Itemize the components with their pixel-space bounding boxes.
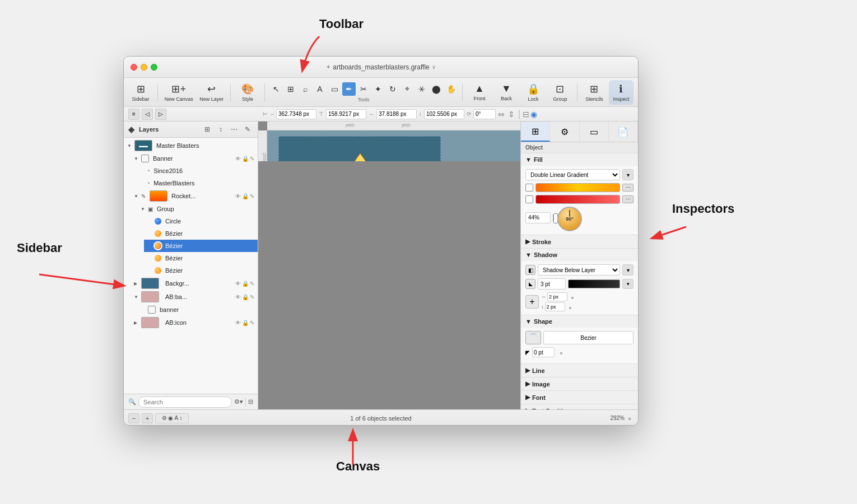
layer-banner[interactable]: ▼ Banner 👁 🔒 ✎: [131, 152, 258, 165]
w-input[interactable]: [376, 109, 417, 119]
layer-since2016[interactable]: • Since2016: [137, 165, 258, 177]
connect2-tool[interactable]: ⚹: [415, 82, 428, 96]
zoom-minus-btn[interactable]: −: [128, 413, 139, 423]
layer-masterblasters[interactable]: • MasterBlasters: [137, 177, 258, 189]
sidebar-search-input[interactable]: [138, 396, 232, 408]
zoom-stepper[interactable]: ⬦: [626, 414, 634, 422]
nav-next-btn[interactable]: ▷: [155, 109, 166, 120]
x-input[interactable]: [276, 109, 316, 119]
layer-bezier2-selected[interactable]: Bézier: [144, 240, 258, 252]
shape-pt-stepper[interactable]: ⬦: [557, 348, 566, 357]
front-button[interactable]: ▲ Front: [467, 80, 492, 105]
layers-move-icon[interactable]: ↕: [215, 124, 226, 135]
layer-banner-sub[interactable]: banner: [137, 304, 258, 316]
layer-bezier1[interactable]: Bézier: [144, 227, 258, 240]
y-input[interactable]: [326, 109, 366, 119]
shadow-x-input[interactable]: [547, 292, 567, 301]
stencils-button[interactable]: ⊞ Stencils: [582, 80, 607, 105]
shadow-color-btn[interactable]: ▾: [622, 279, 634, 289]
shape-section-header[interactable]: ▼ Shape: [521, 315, 638, 328]
inspector-tab-gear[interactable]: ⚙: [550, 122, 579, 142]
lock-button[interactable]: 🔒 Lock: [521, 80, 546, 105]
pen-tool[interactable]: ✒: [342, 82, 356, 96]
fill-type-select[interactable]: Double Linear Gradient: [525, 169, 620, 180]
minimize-button[interactable]: [141, 64, 147, 71]
settings-icon-btn[interactable]: ⚙▾: [234, 398, 243, 405]
angle-dial[interactable]: 90°: [557, 207, 582, 231]
bottom-tool-icons[interactable]: ⚙ ◉ A ↕: [155, 413, 189, 423]
inspector-tab-object[interactable]: ⊞: [521, 122, 550, 142]
angle-input[interactable]: [473, 109, 496, 119]
opacity-input[interactable]: [525, 212, 551, 223]
h-input[interactable]: [424, 109, 464, 119]
shape-bezier-icon[interactable]: ⌒: [525, 331, 541, 344]
new-canvas-button[interactable]: ⊞+ New Canvas: [162, 80, 195, 105]
shadow-y-input[interactable]: [545, 302, 565, 311]
select-tool[interactable]: ↖: [269, 82, 283, 96]
shadow-dropdown-btn[interactable]: ▾: [622, 264, 634, 276]
shadow-type-select[interactable]: Shadow Below Layer: [538, 264, 620, 276]
shadow-offset-crosshair[interactable]: +: [525, 295, 539, 309]
layers-nav-icon[interactable]: ⊞: [202, 124, 213, 135]
hand-tool[interactable]: ✋: [444, 82, 458, 96]
connect-tool[interactable]: ⌖: [400, 82, 414, 96]
layer-group[interactable]: ▼ ▣ Group: [137, 203, 258, 215]
zoom-tool[interactable]: ⌕: [299, 82, 312, 96]
fill-dropdown-btn[interactable]: ▾: [622, 169, 634, 180]
layers-more-icon[interactable]: ⋯: [229, 124, 240, 135]
line-section-header[interactable]: ▶ Line: [521, 364, 638, 377]
fill-color-picker1[interactable]: [525, 184, 533, 192]
opacity-slider[interactable]: [553, 214, 554, 222]
shadow-type-icon[interactable]: ◧: [525, 265, 535, 275]
layers-icon-btn[interactable]: ≡: [128, 109, 139, 120]
shadow-section-header[interactable]: ▼ Shadow: [521, 249, 638, 261]
zoom-plus-btn[interactable]: +: [142, 413, 153, 423]
shadow-x-stepper[interactable]: ⬦: [569, 293, 576, 301]
shadow-y-stepper[interactable]: ⬦: [566, 303, 574, 311]
shadow-color-bar[interactable]: [568, 279, 620, 288]
rotate-tool[interactable]: ↻: [386, 82, 399, 96]
layer-master-blasters[interactable]: ▼ ▬▬ Master Blasters: [124, 139, 258, 152]
shape-type-label[interactable]: Bezier: [543, 331, 634, 344]
layer-bezier4[interactable]: Bézier: [144, 264, 258, 277]
shadow-size-input[interactable]: [538, 278, 566, 290]
maximize-button[interactable]: [151, 64, 157, 71]
fill-tool[interactable]: ⬤: [430, 82, 443, 96]
shapes-tool[interactable]: ▭: [328, 82, 341, 96]
gradient-options-btn[interactable]: ⋯: [622, 184, 634, 192]
sidebar-button[interactable]: ⊞ Sidebar: [128, 80, 153, 105]
zoom-fit-btn[interactable]: ⊟: [248, 398, 253, 405]
table-tool[interactable]: ⊞: [284, 82, 297, 96]
group-button[interactable]: ⊡ Group: [548, 80, 572, 105]
font-section-header[interactable]: ▶ Font: [521, 391, 638, 404]
style-button[interactable]: 🎨 Style: [235, 80, 260, 105]
scissors-tool[interactable]: ✂: [357, 82, 370, 96]
fill-section-header[interactable]: ▼ Fill: [521, 153, 638, 166]
text-tool[interactable]: A: [313, 82, 327, 96]
back-button[interactable]: ▼ Back: [494, 80, 519, 105]
layer-bezier3[interactable]: Bézier: [144, 252, 258, 264]
shadow-size-icon[interactable]: ◣: [525, 279, 535, 289]
layer-rocket[interactable]: ▼ ✎ Rocket... 👁 🔒 ✎: [131, 189, 258, 203]
textpos-section-header[interactable]: ▶ Text Position: [521, 404, 638, 409]
layers-add-icon[interactable]: ✎: [242, 124, 253, 135]
close-button[interactable]: [131, 64, 137, 71]
layer-background[interactable]: ▶ Backgr... 👁 🔒 ✎: [131, 277, 258, 290]
inspect-button[interactable]: ℹ Inspect: [609, 80, 634, 105]
inspector-tab-doc[interactable]: 📄: [609, 122, 638, 142]
magnet-tool[interactable]: ✦: [371, 82, 385, 96]
gradient-bar-orange[interactable]: [535, 183, 620, 192]
layer-ab-icon[interactable]: ▶ AB:icon 👁 🔒 ✎: [131, 316, 258, 329]
layer-circle[interactable]: Circle: [144, 215, 258, 227]
fill-color-picker2[interactable]: [525, 195, 533, 203]
shape-corner-input[interactable]: [532, 347, 555, 357]
gradient-bar-red[interactable]: [535, 195, 620, 204]
stroke-section-header[interactable]: ▶ Stroke: [521, 235, 638, 248]
layer-ab-banner[interactable]: ▼ AB:ba... 👁 🔒 ✎: [131, 290, 258, 304]
gradient-options-btn2[interactable]: ⋯: [622, 195, 634, 203]
image-section-header[interactable]: ▶ Image: [521, 377, 638, 390]
new-layer-button[interactable]: ↩ New Layer: [197, 80, 226, 105]
nav-prev-btn[interactable]: ◁: [142, 109, 153, 120]
inspector-tab-window[interactable]: ▭: [580, 122, 609, 142]
canvas-content[interactable]: [267, 130, 520, 161]
